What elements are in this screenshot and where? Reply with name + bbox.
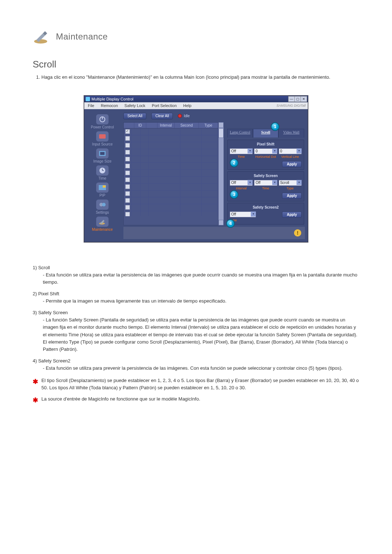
options-pane: 1 Lamp Control Scroll Video Wall Pixel S… bbox=[226, 122, 305, 225]
menu-remocon[interactable]: Remocon bbox=[101, 103, 118, 108]
minimize-button[interactable]: — bbox=[288, 96, 295, 102]
maximize-button[interactable]: ▢ bbox=[295, 96, 301, 102]
desc-item-4: 4) Safety Screen2 - Esta función se util… bbox=[33, 357, 359, 372]
sidebar-item-label: Image Size bbox=[87, 159, 118, 163]
chevron-down-icon[interactable] bbox=[297, 180, 302, 185]
grid-header: ID Interval Second Type bbox=[124, 123, 218, 128]
scroll-up-icon[interactable] bbox=[219, 122, 224, 128]
table-row[interactable] bbox=[124, 163, 218, 170]
sidebar-item-label: Settings bbox=[87, 210, 118, 214]
app-window: Multiple Display Control — ▢ ✕ File Remo… bbox=[84, 95, 308, 242]
table-row[interactable] bbox=[124, 211, 218, 216]
grid-header-second[interactable]: Second bbox=[175, 123, 199, 128]
tab-lamp-control[interactable]: Lamp Control bbox=[227, 129, 253, 138]
chevron-down-icon[interactable] bbox=[248, 148, 253, 153]
power-icon bbox=[96, 114, 109, 124]
close-button[interactable]: ✕ bbox=[301, 96, 307, 102]
row-checkbox[interactable] bbox=[125, 150, 130, 155]
pixel-shift-hdot-label: Horizontal Dot bbox=[254, 155, 277, 159]
grid-header-type[interactable]: Type bbox=[199, 123, 218, 128]
chevron-down-icon[interactable] bbox=[251, 212, 256, 217]
chevron-down-icon[interactable] bbox=[272, 180, 277, 185]
sidebar-item-input-source[interactable]: Input Source bbox=[87, 131, 118, 146]
note-1: ✱ El tipo Scroll (Desplazamiento) se pue… bbox=[33, 377, 359, 391]
row-checkbox[interactable] bbox=[125, 205, 130, 210]
safety-screen2-title: Safety Screen2 bbox=[230, 205, 302, 209]
sidebar-item-power-control[interactable]: Power Control bbox=[87, 114, 118, 129]
chevron-down-icon[interactable] bbox=[272, 148, 277, 153]
menubar: File Remocon Safety Lock Port Selection … bbox=[84, 102, 308, 109]
safety-screen-apply-button[interactable]: Apply bbox=[282, 193, 302, 199]
row-checkbox[interactable] bbox=[125, 184, 130, 189]
safety-screen2-type-select[interactable]: Off bbox=[230, 212, 256, 217]
tab-video-wall[interactable]: Video Wall bbox=[278, 129, 304, 138]
sidebar-item-pip[interactable]: PIP bbox=[87, 182, 118, 197]
chevron-down-icon[interactable] bbox=[297, 148, 302, 153]
menu-safety-lock[interactable]: Safety Lock bbox=[124, 103, 145, 108]
pip-icon bbox=[96, 182, 109, 193]
table-row[interactable] bbox=[124, 170, 218, 177]
pixel-shift-time-select[interactable]: Off bbox=[230, 148, 253, 154]
pixel-shift-panel: Pixel Shift Off 0 0 Time Horizontal Dot … bbox=[227, 140, 304, 170]
table-row[interactable] bbox=[124, 177, 218, 184]
sidebar-item-time[interactable]: Time bbox=[87, 165, 118, 180]
row-checkbox[interactable] bbox=[125, 143, 130, 148]
menu-file[interactable]: File bbox=[88, 103, 94, 108]
callout-2: 2 bbox=[230, 159, 238, 167]
table-row[interactable] bbox=[124, 184, 218, 190]
pixel-shift-apply-button[interactable]: Apply bbox=[282, 161, 302, 167]
select-all-button[interactable]: Select All bbox=[123, 113, 146, 119]
sidebar-item-maintenance[interactable]: Maintenance bbox=[87, 217, 118, 231]
clear-all-button[interactable]: Clear All bbox=[151, 113, 173, 119]
table-row[interactable] bbox=[124, 156, 218, 163]
desc-item-3: 3) Safety Screen - La función Safety Scr… bbox=[33, 309, 359, 353]
safety-screen-time-label: Time bbox=[254, 186, 277, 190]
svg-rect-10 bbox=[103, 185, 106, 188]
safety-screen2-apply-button[interactable]: Apply bbox=[282, 212, 302, 218]
menu-help[interactable]: Help bbox=[183, 103, 192, 108]
callout-3: 3 bbox=[230, 190, 238, 199]
sidebar-item-label: Power Control bbox=[87, 125, 118, 129]
maintenance-icon bbox=[96, 217, 109, 227]
row-checkbox[interactable] bbox=[125, 136, 130, 141]
intro-item-1: Haga clic en el icono "Maintenance (Mant… bbox=[41, 74, 359, 81]
pixel-shift-vline-select[interactable]: 0 bbox=[279, 148, 302, 154]
row-checkbox[interactable] bbox=[125, 191, 130, 196]
row-checkbox[interactable] bbox=[125, 157, 130, 161]
safety-screen-type-select[interactable]: Scroll bbox=[279, 180, 302, 186]
sidebar-item-label: Time bbox=[87, 176, 118, 180]
sidebar-item-settings[interactable]: Settings bbox=[87, 200, 118, 214]
row-checkbox[interactable] bbox=[125, 198, 130, 203]
table-row[interactable] bbox=[124, 135, 218, 142]
chevron-down-icon[interactable] bbox=[248, 180, 253, 185]
scroll-down-icon[interactable] bbox=[219, 220, 224, 225]
table-row[interactable] bbox=[124, 149, 218, 156]
brand-label: SAMSUNG DIGITall bbox=[277, 104, 306, 107]
table-row[interactable] bbox=[124, 128, 218, 135]
table-row[interactable] bbox=[124, 204, 218, 211]
row-checkbox[interactable] bbox=[125, 212, 130, 216]
grid-scrollbar[interactable] bbox=[219, 122, 224, 225]
pixel-shift-hdot-select[interactable]: 0 bbox=[254, 148, 277, 154]
table-row[interactable] bbox=[124, 197, 218, 204]
sidebar-item-label: Input Source bbox=[87, 142, 118, 146]
row-checkbox[interactable] bbox=[125, 177, 130, 182]
table-row[interactable] bbox=[124, 142, 218, 149]
row-checkbox[interactable] bbox=[125, 129, 130, 134]
image-size-icon bbox=[96, 148, 109, 159]
page-title: Maintenance bbox=[56, 32, 108, 42]
sidebar-item-image-size[interactable]: Image Size bbox=[87, 148, 118, 163]
safety-screen-interval-select[interactable]: Off bbox=[230, 180, 253, 186]
safety-screen-time-select[interactable]: Off bbox=[254, 180, 277, 186]
maintenance-header-icon bbox=[33, 29, 50, 44]
menu-port-selection[interactable]: Port Selection bbox=[152, 103, 176, 108]
star-icon: ✱ bbox=[33, 395, 38, 406]
scroll-thumb[interactable] bbox=[219, 128, 224, 138]
table-row[interactable] bbox=[124, 190, 218, 197]
warning-icon: ! bbox=[294, 229, 301, 237]
grid-header-id[interactable]: ID bbox=[134, 123, 146, 128]
row-checkbox[interactable] bbox=[125, 171, 130, 175]
grid-header-interval[interactable]: Interval bbox=[158, 123, 175, 128]
input-source-icon bbox=[96, 131, 109, 141]
row-checkbox[interactable] bbox=[125, 164, 130, 168]
